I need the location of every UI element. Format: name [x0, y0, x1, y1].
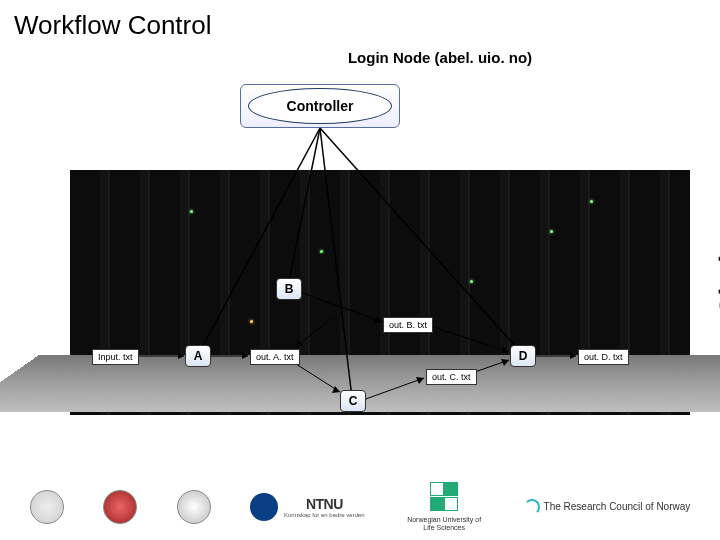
logo-crest-1 [30, 490, 64, 524]
datacenter-photo [70, 170, 690, 415]
file-out-c: out. C. txt [426, 369, 477, 385]
file-input: Input. txt [92, 349, 139, 365]
logo-rcn: The Research Council of Norway [524, 499, 691, 515]
file-out-a: out. A. txt [250, 349, 300, 365]
cluster-label: Abel [714, 255, 720, 316]
file-out-b: out. B. txt [383, 317, 433, 333]
page-title: Workflow Control [0, 0, 720, 41]
logo-ntnu: NTNUKunnskap for en bedre verden [250, 493, 365, 521]
node-a: A [185, 345, 211, 367]
login-node-label: Login Node (abel. uio. no) [160, 49, 720, 66]
node-d: D [510, 345, 536, 367]
node-b: B [276, 278, 302, 300]
controller-label: Controller [248, 88, 392, 124]
logo-nmbu: Norwegian University of Life Sciences [404, 482, 484, 531]
logo-uit [177, 490, 211, 524]
node-c: C [340, 390, 366, 412]
controller-node: Controller [240, 84, 400, 128]
logo-uio [103, 490, 137, 524]
file-out-d: out. D. txt [578, 349, 629, 365]
footer-logos: NTNUKunnskap for en bedre verden Norwegi… [0, 479, 720, 534]
